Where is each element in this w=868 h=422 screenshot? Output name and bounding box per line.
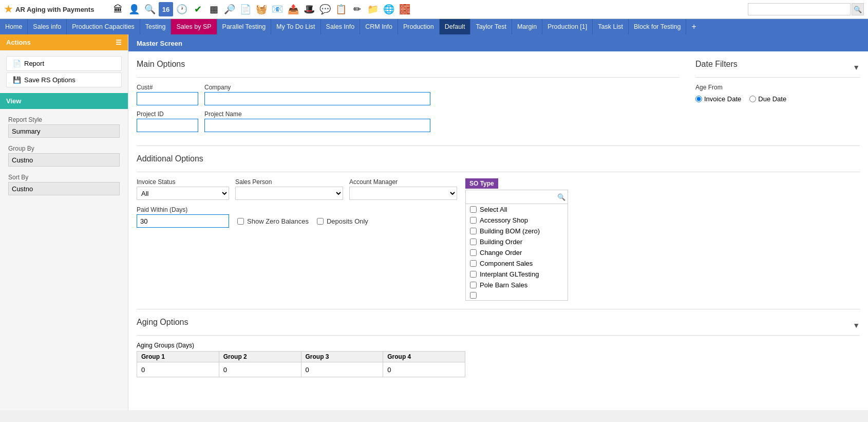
invoice-status-label: Invoice Status	[137, 178, 229, 186]
invoice-date-label: Invoice Date	[704, 95, 741, 103]
upload-icon[interactable]: 📤	[286, 2, 300, 16]
tab-my-to-do-list[interactable]: My To Do List	[271, 19, 321, 34]
so-type-checkbox-interplant-gl[interactable]	[470, 271, 477, 278]
tab-sales-info2[interactable]: Sales Info	[321, 19, 361, 34]
so-type-item-building-bom[interactable]: Building BOM (zero)	[466, 226, 568, 236]
cube-icon[interactable]: 🧱	[398, 2, 412, 16]
sidebar: Actions ☰ 📄 Report 💾 Save RS Options Vie…	[0, 34, 128, 410]
cust-input[interactable]	[137, 92, 198, 105]
sales-person-select[interactable]	[235, 187, 343, 200]
deposits-only-row: Deposits Only	[317, 217, 368, 225]
so-type-item-building-order[interactable]: Building Order	[466, 236, 568, 247]
pen-icon[interactable]: ✏	[350, 2, 364, 16]
tab-production-capacities[interactable]: Production Capacities	[67, 19, 140, 34]
project-id-input[interactable]	[137, 119, 198, 132]
web-icon[interactable]: 🌐	[382, 2, 396, 16]
show-zero-balances-checkbox[interactable]	[237, 218, 244, 225]
tab-production1[interactable]: Production [1]	[542, 19, 593, 34]
toolbar-icons: 🏛 👤 🔍 16 🕐 ✔ ▦ 🔎 📄 🧺 📧 📤 🎩 💬 📋 ✏ 📁 🌐 🧱	[111, 2, 744, 16]
so-type-checkbox-component-sales[interactable]	[470, 260, 477, 267]
search-input[interactable]	[748, 3, 851, 15]
so-type-item-accessory-shop[interactable]: Accessory Shop	[466, 215, 568, 226]
grid-icon[interactable]: ▦	[206, 2, 221, 16]
paid-within-input[interactable]	[137, 214, 229, 228]
company-input[interactable]	[204, 92, 430, 105]
sort-by-input[interactable]	[8, 182, 120, 195]
tab-task-list[interactable]: Task List	[593, 19, 629, 34]
clock-icon[interactable]: 🕐	[175, 2, 189, 16]
so-type-label-pole-barn: Pole Barn Sales	[480, 281, 527, 289]
account-manager-select[interactable]	[349, 187, 457, 200]
so-type-checkbox-change-order[interactable]	[470, 249, 477, 256]
tab-production[interactable]: Production	[398, 19, 440, 34]
group-by-input[interactable]	[8, 153, 120, 167]
main-layout: Actions ☰ 📄 Report 💾 Save RS Options Vie…	[0, 34, 868, 410]
tab-parallel-testing[interactable]: Parallel Testing	[217, 19, 272, 34]
app-title: ★ AR Aging with Payments	[4, 4, 107, 15]
aging-groups-label: Aging Groups (Days)	[137, 342, 860, 349]
doc-icon[interactable]: 📄	[238, 2, 253, 16]
tab-home[interactable]: Home	[0, 19, 28, 34]
due-date-radio[interactable]	[749, 96, 756, 102]
project-id-label: Project ID	[137, 111, 198, 118]
so-type-checkbox-building-order[interactable]	[470, 238, 477, 245]
clipboard-icon[interactable]: 📋	[334, 2, 348, 16]
tab-block-for-testing[interactable]: Block for Testing	[629, 19, 686, 34]
so-type-item-pole-barn[interactable]: Pole Barn Sales	[466, 280, 568, 290]
tab-crm-info[interactable]: CRM Info	[360, 19, 398, 34]
folder-icon[interactable]: 📁	[366, 2, 380, 16]
aging-groups-row	[137, 362, 465, 377]
basket-icon[interactable]: 🧺	[254, 2, 269, 16]
so-type-checkbox-accessory-shop[interactable]	[470, 217, 477, 224]
check-icon[interactable]: ✔	[191, 2, 205, 16]
so-type-checkbox-select-all[interactable]	[470, 206, 477, 213]
save-rs-options-button[interactable]: 💾 Save RS Options	[6, 72, 122, 87]
tab-testing[interactable]: Testing	[140, 19, 172, 34]
actions-menu-icon[interactable]: ☰	[116, 39, 122, 46]
tab-add-button[interactable]: +	[686, 19, 701, 34]
age-from-group: Age From Invoice Date Due Date	[695, 84, 860, 103]
tab-taylor-test[interactable]: Taylor Test	[470, 19, 512, 34]
so-type-search-input[interactable]	[468, 191, 557, 203]
star-icon[interactable]: ★	[4, 4, 12, 15]
additional-options-header: Additional Options	[137, 154, 860, 172]
cust-company-row: Cust# Company	[137, 84, 679, 105]
so-type-item-select-all[interactable]: Select All	[466, 204, 568, 215]
tab-sales-info[interactable]: Sales info	[28, 19, 67, 34]
calendar-number-icon[interactable]: 16	[159, 2, 173, 16]
project-name-label: Project Name	[204, 111, 430, 118]
so-type-checkbox-pole-barn[interactable]	[470, 282, 477, 288]
aging-options-collapse-btn[interactable]: ▼	[853, 321, 860, 329]
globe-search-icon[interactable]: 🔎	[222, 2, 237, 16]
report-button[interactable]: 📄 Report	[6, 56, 122, 71]
so-type-item-component-sales[interactable]: Component Sales	[466, 258, 568, 269]
invoice-status-select[interactable]: All Open Closed Partial	[137, 187, 229, 200]
report-style-input[interactable]	[8, 124, 120, 138]
tab-default[interactable]: Default	[440, 19, 471, 34]
tab-margin[interactable]: Margin	[512, 19, 542, 34]
group2-input[interactable]	[221, 363, 299, 376]
project-name-input[interactable]	[204, 119, 430, 132]
date-filters-title: Date Filters	[695, 60, 738, 69]
so-type-item-interplant-gl[interactable]: Interplant GLTesting	[466, 269, 568, 280]
group3-input[interactable]	[304, 363, 381, 376]
invoice-date-radio[interactable]	[695, 96, 702, 102]
so-type-item-change-order[interactable]: Change Order	[466, 247, 568, 258]
date-filters-collapse-btn[interactable]: ▼	[853, 63, 860, 71]
group1-input[interactable]	[139, 363, 217, 376]
person-icon[interactable]: 👤	[127, 2, 141, 16]
so-type-checkbox-more[interactable]	[470, 292, 477, 299]
group4-input[interactable]	[385, 363, 463, 376]
chat-icon[interactable]: 💬	[318, 2, 332, 16]
deposits-only-checkbox[interactable]	[317, 218, 324, 225]
so-type-checkbox-building-bom[interactable]	[470, 228, 477, 234]
email-icon[interactable]: 📧	[270, 2, 285, 16]
find-icon[interactable]: 🔍	[143, 2, 157, 16]
hat-icon[interactable]: 🎩	[302, 2, 316, 16]
invoice-date-radio-item: Invoice Date	[695, 95, 741, 103]
tab-sales-by-sp[interactable]: Sales by SP	[171, 19, 217, 34]
search-button[interactable]: 🔍	[852, 3, 864, 15]
age-from-radios: Invoice Date Due Date	[695, 95, 860, 103]
bank-icon[interactable]: 🏛	[111, 2, 125, 16]
account-manager-field: Account Manager	[349, 178, 457, 200]
